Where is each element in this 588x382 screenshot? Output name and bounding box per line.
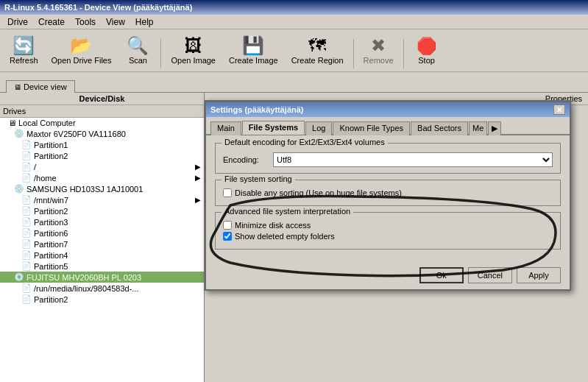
modal-overlay: Settings (pääkäyttäjänä) ✕ Main File Sys… xyxy=(0,93,588,382)
settings-dialog: Settings (pääkäyttäjänä) ✕ Main File Sys… xyxy=(205,100,571,291)
apply-button[interactable]: Apply xyxy=(517,267,561,283)
scan-button[interactable]: 🔍 Scan xyxy=(119,33,156,68)
main-content: Device/Disk Drives 🖥 Local Computer 💿 Ma… xyxy=(0,93,588,382)
interpretation-section: Advanced file system interpretation Mini… xyxy=(215,212,561,250)
show-deleted-checkbox[interactable] xyxy=(223,232,232,241)
dialog-content: Default encoding for Ext2/Ext3/Ext4 volu… xyxy=(206,135,570,263)
ok-button[interactable]: Ok xyxy=(419,267,464,283)
encoding-select[interactable]: Utf8 xyxy=(273,152,553,167)
toolbar-separator-1 xyxy=(160,39,161,68)
tab-main[interactable]: Main xyxy=(210,121,241,135)
refresh-button[interactable]: 🔄 Refresh xyxy=(4,33,43,68)
menu-help[interactable]: Help xyxy=(131,15,158,29)
disable-sorting-label: Disable any sorting (Use on huge file sy… xyxy=(235,188,402,197)
remove-icon: ✖ xyxy=(371,37,386,54)
toolbar-separator-3 xyxy=(403,39,404,68)
dialog-buttons: Ok Cancel Apply xyxy=(206,263,570,289)
toolbar-separator-2 xyxy=(353,39,354,68)
encoding-section: Default encoding for Ext2/Ext3/Ext4 volu… xyxy=(215,143,561,174)
cancel-button[interactable]: Cancel xyxy=(468,267,512,283)
encoding-label: Encoding: xyxy=(223,155,267,164)
create-region-button[interactable]: 🗺 Create Region xyxy=(286,33,349,68)
create-image-button[interactable]: 💾 Create Image xyxy=(224,33,283,68)
small-icon: 🖥 xyxy=(14,83,21,91)
menu-bar: Drive Create Tools View Help xyxy=(0,15,588,29)
tab-scroll-right[interactable]: ▶ xyxy=(488,121,501,135)
open-drive-files-icon: 📂 xyxy=(70,37,92,54)
encoding-section-legend: Default encoding for Ext2/Ext3/Ext4 volu… xyxy=(222,138,388,146)
toolbar: 🔄 Refresh 📂 Open Drive Files 🔍 Scan 🖼 Op… xyxy=(0,29,588,72)
disable-sorting-checkbox[interactable] xyxy=(223,188,232,197)
open-image-icon: 🖼 xyxy=(185,37,202,54)
dialog-close-button[interactable]: ✕ xyxy=(553,105,565,115)
tab-more-arrow[interactable]: Me xyxy=(469,121,487,135)
tab-log[interactable]: Log xyxy=(305,121,332,135)
tab-bad-sectors[interactable]: Bad Sectors xyxy=(411,121,468,135)
device-view-tab-bar: 🖥 Device view xyxy=(0,72,588,93)
stop-button[interactable]: 🛑 Stop xyxy=(408,35,445,68)
open-drive-files-button[interactable]: 📂 Open Drive Files xyxy=(46,33,117,68)
minimize-disk-label: Minimize disk access xyxy=(235,221,311,230)
stop-icon: 🛑 xyxy=(417,38,436,54)
menu-tools[interactable]: Tools xyxy=(71,15,100,29)
app-title: R-Linux 5.4.165361 - Device View (pääkäy… xyxy=(4,3,192,12)
title-bar: R-Linux 5.4.165361 - Device View (pääkäy… xyxy=(0,0,588,15)
menu-view[interactable]: View xyxy=(102,15,130,29)
menu-create[interactable]: Create xyxy=(34,15,69,29)
open-image-button[interactable]: 🖼 Open Image xyxy=(166,33,221,68)
dialog-title: Settings (pääkäyttäjänä) xyxy=(210,105,304,114)
dialog-title-bar: Settings (pääkäyttäjänä) ✕ xyxy=(206,102,570,117)
create-image-icon: 💾 xyxy=(242,37,264,54)
disable-sorting-row: Disable any sorting (Use on huge file sy… xyxy=(223,188,553,197)
tab-known-file-types[interactable]: Known File Types xyxy=(333,121,410,135)
create-region-icon: 🗺 xyxy=(308,37,326,54)
scan-icon: 🔍 xyxy=(127,37,149,54)
device-view-tab[interactable]: 🖥 Device view xyxy=(6,80,75,93)
sorting-section-legend: File system sorting xyxy=(222,174,295,183)
dialog-tab-bar: Main File Systems Log Known File Types B… xyxy=(206,117,570,135)
remove-button[interactable]: ✖ Remove xyxy=(358,33,399,68)
minimize-disk-checkbox[interactable] xyxy=(223,221,232,230)
menu-drive[interactable]: Drive xyxy=(3,15,32,29)
tab-file-systems[interactable]: File Systems xyxy=(242,121,305,135)
sorting-section: File system sorting Disable any sorting … xyxy=(215,180,561,206)
encoding-row: Encoding: Utf8 xyxy=(223,152,553,167)
interpretation-section-legend: Advanced file system interpretation xyxy=(222,207,353,216)
refresh-icon: 🔄 xyxy=(13,37,35,54)
minimize-disk-row: Minimize disk access xyxy=(223,221,553,230)
show-deleted-label: Show deleted empty folders xyxy=(235,232,335,241)
show-deleted-row: Show deleted empty folders xyxy=(223,232,553,241)
